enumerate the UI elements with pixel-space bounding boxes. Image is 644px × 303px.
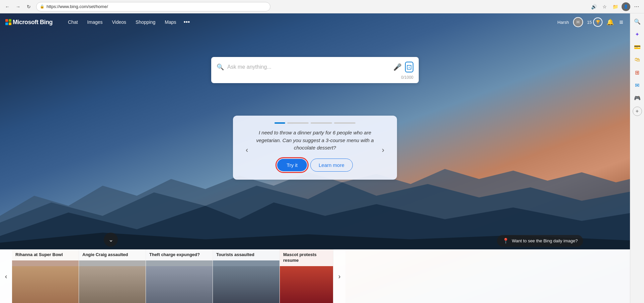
carousel-dot-2 [287, 122, 309, 124]
microsoft-logo [5, 19, 11, 25]
news-card-5[interactable]: Mascot protests resume [280, 249, 333, 303]
carousel-suggestion-text: I need to throw a dinner party for 6 peo… [251, 129, 379, 152]
forward-button[interactable]: → [13, 2, 23, 11]
news-image-2 [79, 266, 146, 303]
rewards-circle-icon: 🏆 [593, 17, 602, 27]
user-avatar[interactable]: H [573, 17, 583, 27]
news-label-2: Angie Craig assaulted [79, 249, 146, 260]
main-content: Microsoft Bing Chat Images Videos Shoppi… [0, 13, 630, 303]
nav-images[interactable]: Images [83, 17, 107, 27]
carousel-next-button[interactable]: › [379, 143, 387, 157]
rewards-count: 15 [587, 20, 592, 25]
read-aloud-button[interactable]: 🔊 [589, 2, 598, 11]
search-char-count: 0/1000 [217, 72, 413, 80]
daily-image-text: Want to see the Bing daily image? [512, 238, 578, 243]
news-image-5 [280, 266, 333, 303]
search-box: 🔍 🎤 ⊡ 0/1000 [211, 57, 419, 83]
nav-chat[interactable]: Chat [63, 17, 83, 27]
news-card-4[interactable]: Tourists assaulted [213, 249, 280, 303]
news-label-4: Tourists assaulted [213, 249, 279, 260]
lock-icon: 🔒 [40, 4, 45, 9]
add-extension-button[interactable]: + [633, 107, 642, 116]
learn-more-button[interactable]: Learn more [310, 159, 353, 172]
address-bar[interactable]: 🔒 https://www.bing.com/set/home/ [36, 2, 270, 11]
carousel-prev-button[interactable]: ‹ [243, 143, 251, 157]
nav-more-dots[interactable]: ••• [181, 19, 192, 26]
rewards-badge[interactable]: 15 🏆 [587, 17, 602, 27]
news-card-1[interactable]: Rihanna at Super Bowl [12, 249, 79, 303]
nav-right-section: Harsh H 15 🏆 🔔 ≡ [557, 17, 625, 27]
image-search-icon[interactable]: ⊡ [405, 62, 413, 72]
carousel-action-buttons: Try it Learn more [251, 159, 379, 172]
browser-chrome: ← → ↻ 🔒 https://www.bing.com/set/home/ 🔊… [0, 0, 644, 13]
daily-image-banner[interactable]: 📍 Want to see the Bing daily image? [497, 235, 583, 247]
location-icon: 📍 [502, 238, 509, 244]
news-image-4 [213, 266, 279, 303]
scroll-down-button[interactable]: ⌄ [104, 233, 118, 247]
nav-videos[interactable]: Videos [107, 17, 131, 27]
news-strip: ‹ Rihanna at Super Bowl Angie Craig assa… [0, 249, 630, 303]
profile-button[interactable]: 👤 [621, 2, 631, 11]
bing-logo-text: Microsoft Bing [13, 19, 53, 26]
search-icon: 🔍 [217, 63, 224, 71]
bing-logo[interactable]: Microsoft Bing [5, 19, 53, 26]
carousel-dot-3 [311, 122, 332, 124]
news-label-1: Rihanna at Super Bowl [12, 249, 79, 260]
logo-sq-red [5, 19, 8, 22]
browser-right-controls: 🔊 ☆ 📁 👤 ··· [589, 2, 644, 11]
nav-maps[interactable]: Maps [160, 17, 181, 27]
news-image-3 [146, 266, 213, 303]
news-label-3: Theft charge expunged? [146, 249, 213, 260]
bing-search-extension[interactable]: 🔍 [632, 16, 643, 27]
user-display-name: Harsh [557, 20, 569, 25]
profile-avatar: 👤 [622, 2, 630, 11]
carousel-dot-1 [274, 122, 285, 124]
search-input[interactable] [227, 64, 390, 70]
search-area: 🔍 🎤 ⊡ 0/1000 [211, 57, 419, 83]
extensions-sidebar: 🔍 ✦ 💳 🛍 ⊞ ✉ 🎮 + [630, 13, 644, 303]
carousel-dot-indicators [243, 122, 387, 124]
shopping-extension[interactable]: 🛍 [632, 54, 643, 65]
logo-sq-green [9, 19, 11, 22]
news-next-button[interactable]: › [333, 249, 345, 303]
back-button[interactable]: ← [3, 2, 12, 11]
main-nav-links: Chat Images Videos Shopping Maps ••• [63, 17, 192, 27]
nav-shopping[interactable]: Shopping [131, 17, 160, 27]
news-card-3[interactable]: Theft charge expunged? [146, 249, 213, 303]
news-card-2[interactable]: Angie Craig assaulted [79, 249, 146, 303]
carousel-content: I need to throw a dinner party for 6 peo… [251, 129, 379, 172]
more-options-button[interactable]: ··· [632, 2, 641, 11]
news-image-1 [12, 266, 79, 303]
office-extension[interactable]: ⊞ [632, 67, 643, 78]
news-label-5: Mascot protests resume [280, 249, 333, 266]
favorites-button[interactable]: ☆ [600, 2, 609, 11]
copilot-extension[interactable]: ✦ [632, 29, 643, 40]
news-prev-button[interactable]: ‹ [0, 249, 12, 303]
suggestion-carousel: ‹ I need to throw a dinner party for 6 p… [233, 116, 397, 180]
nav-buttons: ← → ↻ [0, 2, 36, 11]
carousel-body: ‹ I need to throw a dinner party for 6 p… [243, 129, 387, 172]
notifications-button[interactable]: 🔔 [607, 18, 614, 26]
url-text: https://www.bing.com/set/home/ [47, 4, 108, 9]
logo-sq-yellow [9, 22, 11, 25]
games-extension[interactable]: 🎮 [632, 93, 643, 103]
logo-sq-blue [5, 22, 8, 25]
microphone-icon[interactable]: 🎤 [393, 63, 402, 71]
try-it-button[interactable]: Try it [277, 159, 307, 171]
wallet-extension[interactable]: 💳 [632, 42, 643, 52]
refresh-button[interactable]: ↻ [24, 2, 33, 11]
hamburger-menu-button[interactable]: ≡ [618, 17, 625, 27]
search-input-row: 🔍 🎤 ⊡ [217, 62, 413, 72]
outlook-extension[interactable]: ✉ [632, 80, 643, 90]
top-navigation: Microsoft Bing Chat Images Videos Shoppi… [0, 13, 630, 31]
collections-button[interactable]: 📁 [611, 2, 620, 11]
carousel-dot-4 [334, 122, 355, 124]
